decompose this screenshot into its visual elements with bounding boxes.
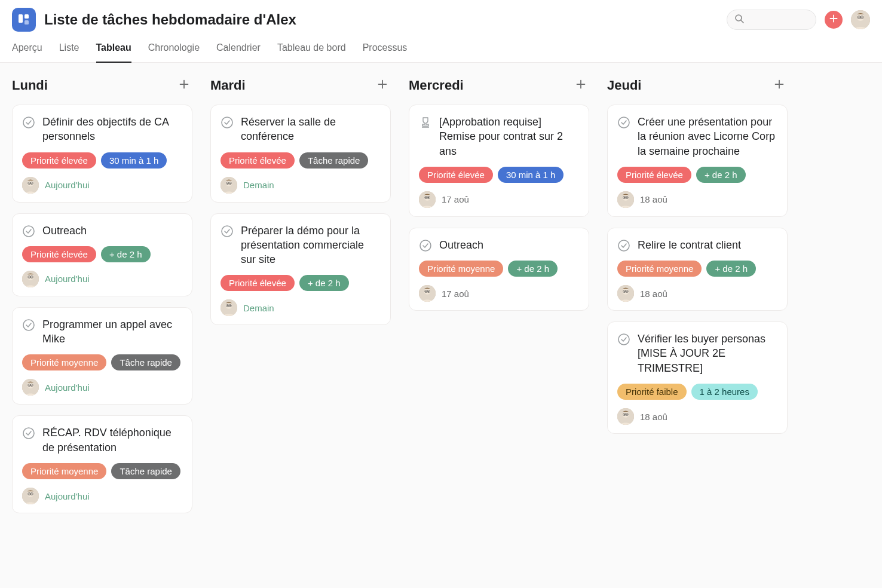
tab-liste[interactable]: Liste (59, 42, 79, 62)
user-avatar[interactable] (851, 10, 870, 29)
task-tags: Priorité élevéeTâche rapide (220, 152, 381, 169)
task-tags: Priorité faible1 à 2 heures (617, 384, 777, 400)
complete-check-icon[interactable] (419, 239, 432, 252)
search-icon (734, 14, 744, 26)
task-tags: Priorité élevée+ de 2 h (617, 167, 777, 183)
column-add-button[interactable] (572, 77, 589, 94)
tab-tableau[interactable]: Tableau (96, 42, 131, 63)
complete-check-icon[interactable] (617, 116, 630, 129)
tag-priority_high[interactable]: Priorité élevée (22, 152, 96, 169)
tag-time_2h[interactable]: + de 2 h (508, 261, 558, 277)
tab-calendrier[interactable]: Calendrier (216, 42, 261, 62)
complete-check-icon[interactable] (22, 427, 35, 440)
assignee-avatar[interactable] (220, 177, 237, 194)
assignee-avatar[interactable] (617, 285, 634, 302)
due-date: 18 aoû (640, 412, 667, 422)
task-card[interactable]: OutreachPriorité élevée+ de 2 hAujourd'h… (12, 213, 192, 296)
task-title: Outreach (42, 223, 87, 238)
tag-priority_high[interactable]: Priorité élevée (617, 167, 691, 183)
task-title: [Approbation requise] Remise pour contra… (439, 115, 579, 158)
tag-quick_task[interactable]: Tâche rapide (111, 463, 180, 479)
due-date: Demain (243, 303, 274, 313)
complete-check-icon[interactable] (617, 239, 630, 252)
due-date: 17 aoû (442, 289, 469, 299)
task-title: Réserver la salle de conférence (241, 115, 381, 144)
column-mercredi: Mercredi[Approbation requise] Remise pou… (409, 77, 589, 580)
assignee-avatar[interactable] (22, 177, 39, 194)
approval-stamp-icon[interactable] (419, 116, 432, 129)
tag-time_2h[interactable]: + de 2 h (101, 246, 151, 262)
column-add-button[interactable] (771, 77, 788, 94)
plus-icon (829, 14, 838, 26)
tag-priority_medium[interactable]: Priorité moyenne (419, 261, 503, 277)
complete-check-icon[interactable] (22, 116, 35, 129)
tag-time_2h[interactable]: + de 2 h (696, 167, 746, 183)
task-card[interactable]: OutreachPriorité moyenne+ de 2 h17 aoû (409, 228, 589, 311)
task-footer: Demain (220, 177, 381, 194)
complete-check-icon[interactable] (220, 116, 234, 129)
search-input[interactable] (727, 10, 816, 30)
assignee-avatar[interactable] (220, 299, 237, 316)
tag-priority_high[interactable]: Priorité élevée (22, 246, 96, 262)
assignee-avatar[interactable] (419, 285, 436, 302)
task-card[interactable]: Programmer un appel avec MikePriorité mo… (12, 307, 192, 405)
task-tags: Priorité moyenneTâche rapide (22, 463, 182, 479)
due-date: Demain (243, 180, 274, 190)
tag-time_2h[interactable]: + de 2 h (706, 261, 756, 277)
column-add-button[interactable] (374, 77, 391, 94)
column-title: Mercredi (409, 78, 464, 93)
add-button[interactable] (825, 11, 843, 29)
tag-priority_high[interactable]: Priorité élevée (419, 167, 493, 183)
task-title: RÉCAP. RDV téléphonique de présentation (42, 425, 182, 455)
tag-time_2h[interactable]: + de 2 h (299, 275, 349, 291)
task-tags: Priorité moyenne+ de 2 h (617, 261, 777, 277)
complete-check-icon[interactable] (22, 225, 35, 238)
task-card[interactable]: [Approbation requise] Remise pour contra… (409, 105, 589, 217)
task-tags: Priorité élevée30 min à 1 h (419, 167, 579, 183)
tag-priority_high[interactable]: Priorité élevée (220, 275, 295, 291)
app-icon[interactable] (12, 8, 36, 32)
task-title: Créer une présentation pour la réunion a… (638, 115, 777, 158)
tag-quick_task[interactable]: Tâche rapide (111, 354, 180, 370)
column-title: Mardi (210, 78, 246, 93)
task-title: Définir des objectifs de CA personnels (42, 115, 182, 144)
task-card[interactable]: RÉCAP. RDV téléphonique de présentationP… (12, 415, 192, 513)
tag-time_1_2h[interactable]: 1 à 2 heures (691, 384, 758, 400)
tag-priority_medium[interactable]: Priorité moyenne (22, 463, 106, 479)
tag-priority_medium[interactable]: Priorité moyenne (617, 261, 702, 277)
task-footer: Aujourd'hui (22, 177, 182, 194)
task-footer: 17 aoû (419, 285, 579, 302)
assignee-avatar[interactable] (419, 191, 436, 208)
assignee-avatar[interactable] (617, 408, 634, 425)
tab-aperçu[interactable]: Aperçu (12, 42, 42, 62)
tag-time_30_1h[interactable]: 30 min à 1 h (101, 152, 167, 169)
complete-check-icon[interactable] (617, 333, 630, 346)
assignee-avatar[interactable] (617, 191, 634, 208)
due-date: 18 aoû (640, 194, 667, 204)
task-card[interactable]: Créer une présentation pour la réunion a… (607, 105, 788, 217)
complete-check-icon[interactable] (22, 318, 35, 332)
tab-tableau de bord[interactable]: Tableau de bord (277, 42, 346, 62)
task-card[interactable]: Réserver la salle de conférencePriorité … (210, 105, 391, 203)
task-card[interactable]: Définir des objectifs de CA personnelsPr… (12, 105, 192, 203)
column-add-button[interactable] (176, 77, 192, 94)
task-title: Programmer un appel avec Mike (42, 317, 182, 347)
tab-chronologie[interactable]: Chronologie (148, 42, 200, 62)
task-card[interactable]: Préparer la démo pour la présentation co… (210, 213, 391, 326)
tag-priority_medium[interactable]: Priorité moyenne (22, 354, 106, 370)
tag-time_30_1h[interactable]: 30 min à 1 h (498, 167, 564, 183)
task-title: Préparer la démo pour la présentation co… (241, 223, 381, 267)
due-date: Aujourd'hui (45, 491, 90, 501)
complete-check-icon[interactable] (220, 225, 234, 238)
assignee-avatar[interactable] (22, 379, 39, 396)
assignee-avatar[interactable] (22, 488, 39, 504)
task-card[interactable]: Vérifier les buyer personas [MISE À JOUR… (607, 321, 788, 434)
tag-quick_task[interactable]: Tâche rapide (299, 152, 369, 169)
task-title: Outreach (439, 238, 483, 252)
due-date: Aujourd'hui (45, 382, 90, 393)
task-card[interactable]: Relire le contrat clientPriorité moyenne… (607, 228, 788, 311)
tab-processus[interactable]: Processus (363, 42, 408, 62)
tag-priority_high[interactable]: Priorité élevée (220, 152, 295, 169)
tag-priority_low[interactable]: Priorité faible (617, 384, 687, 400)
assignee-avatar[interactable] (22, 271, 39, 287)
